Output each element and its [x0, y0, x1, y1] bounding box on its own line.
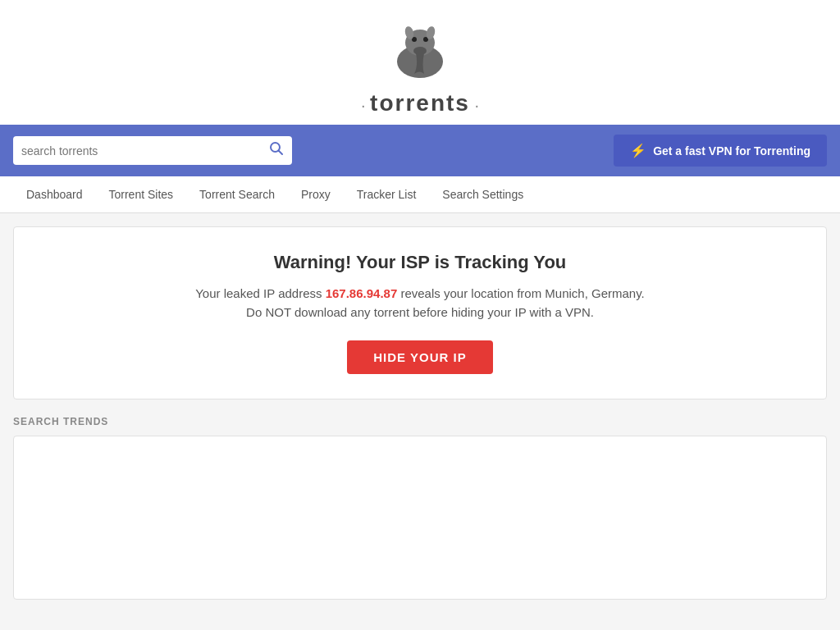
- search-trends-section: SEARCH TRENDS: [13, 416, 827, 600]
- vpn-button-label: Get a fast VPN for Torrenting: [653, 144, 810, 158]
- search-input-wrapper[interactable]: [13, 136, 292, 165]
- hide-ip-button[interactable]: HIDE YOUR IP: [347, 340, 492, 374]
- logo-text: · torrents ·: [361, 90, 479, 116]
- logo-dot-right: ·: [470, 96, 479, 114]
- search-input[interactable]: [21, 144, 269, 158]
- nav-item-dashboard[interactable]: Dashboard: [13, 176, 96, 212]
- search-bar: ⚡ Get a fast VPN for Torrenting: [0, 125, 840, 176]
- trends-box: [13, 436, 827, 600]
- main-content: Warning! Your ISP is Tracking You Your l…: [0, 213, 840, 613]
- search-button[interactable]: [269, 141, 284, 160]
- warning-suffix: reveals your location from Munich, Germa…: [397, 286, 645, 300]
- logo-wordmark: torrents: [370, 90, 470, 116]
- logo-icon: [383, 16, 457, 90]
- nav-item-tracker-list[interactable]: Tracker List: [344, 176, 430, 212]
- svg-line-8: [279, 151, 283, 155]
- warning-prefix: Your leaked IP address: [195, 286, 325, 300]
- nav: Dashboard Torrent Sites Torrent Search P…: [0, 176, 840, 213]
- header: · torrents ·: [0, 0, 840, 125]
- nav-item-torrent-sites[interactable]: Torrent Sites: [96, 176, 187, 212]
- warning-box: Warning! Your ISP is Tracking You Your l…: [13, 226, 827, 399]
- logo-container: · torrents ·: [361, 16, 479, 116]
- search-icon: [269, 141, 284, 160]
- warning-title: Warning! Your ISP is Tracking You: [30, 252, 810, 273]
- nav-item-search-settings[interactable]: Search Settings: [429, 176, 536, 212]
- nav-item-torrent-search[interactable]: Torrent Search: [186, 176, 288, 212]
- warning-line1: Your leaked IP address 167.86.94.87 reve…: [30, 286, 810, 300]
- ip-address: 167.86.94.87: [326, 286, 398, 300]
- logo-dot-left: ·: [361, 96, 370, 114]
- search-trends-label: SEARCH TRENDS: [13, 416, 827, 427]
- warning-line2: Do NOT download any torrent before hidin…: [30, 305, 810, 319]
- vpn-button[interactable]: ⚡ Get a fast VPN for Torrenting: [614, 135, 827, 167]
- nav-item-proxy[interactable]: Proxy: [288, 176, 344, 212]
- bolt-icon: ⚡: [630, 143, 646, 158]
